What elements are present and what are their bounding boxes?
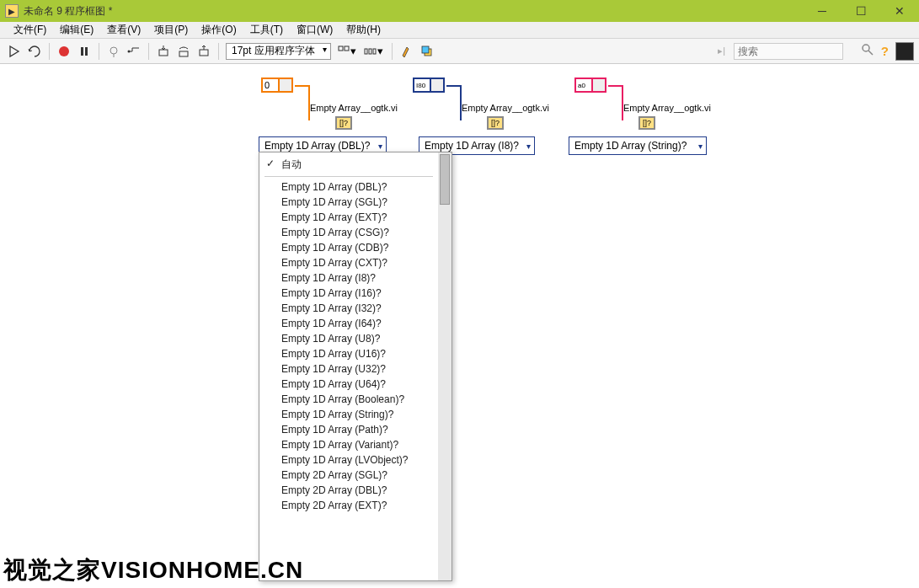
menu-item-type-11[interactable]: Empty 1D Array (U16)? xyxy=(259,346,438,361)
retain-wire-button[interactable] xyxy=(126,44,142,59)
search-icon[interactable] xyxy=(861,43,874,60)
subvi-label-2: Empty Array__ogtk.vi xyxy=(462,103,549,113)
menu-item-type-18[interactable]: Empty 1D Array (LVObject)? xyxy=(259,452,438,468)
menu-tools[interactable]: 工具(T) xyxy=(243,23,290,37)
subvi-label-1: Empty Array__ogtk.vi xyxy=(310,103,398,113)
step-out-button[interactable] xyxy=(196,44,211,59)
menu-view[interactable]: 查看(V) xyxy=(100,23,147,37)
pause-button[interactable] xyxy=(77,44,92,59)
menu-item-type-12[interactable]: Empty 1D Array (U32)? xyxy=(259,361,438,377)
distribute-button[interactable]: ▾ xyxy=(363,44,385,59)
toolbar: 17pt 应用程序字体 ▾ ▾ ▸| ? xyxy=(0,39,919,64)
svg-rect-10 xyxy=(345,46,349,51)
search-input[interactable] xyxy=(734,43,843,60)
menu-item-auto[interactable]: 自动 xyxy=(259,156,438,174)
menu-item-type-8[interactable]: Empty 1D Array (I32)? xyxy=(259,301,438,316)
menu-item-type-9[interactable]: Empty 1D Array (I64)? xyxy=(259,316,438,331)
abort-button[interactable] xyxy=(56,44,72,59)
menu-help[interactable]: 帮助(H) xyxy=(339,23,387,37)
window-title: 未命名 9 程序框图 * xyxy=(24,4,803,19)
subvi-empty-array-1[interactable]: []? xyxy=(335,116,352,130)
font-selector[interactable]: 17pt 应用程序字体 xyxy=(226,43,331,60)
menu-window[interactable]: 窗口(W) xyxy=(290,23,339,37)
menu-edit[interactable]: 编辑(E) xyxy=(53,23,100,37)
watermark-text: 视觉之家VISIONHOME.CN xyxy=(3,554,303,586)
step-over-button[interactable] xyxy=(176,44,191,59)
svg-rect-11 xyxy=(365,49,367,54)
menu-item-type-7[interactable]: Empty 1D Array (I16)? xyxy=(259,286,438,301)
menu-item-type-15[interactable]: Empty 1D Array (String)? xyxy=(259,407,438,422)
help-icon[interactable]: ? xyxy=(881,44,889,58)
app-icon: ▶ xyxy=(5,4,19,18)
menu-operate[interactable]: 操作(O) xyxy=(195,23,243,37)
polymorphic-selector-menu: 自动 Empty 1D Array (DBL)?Empty 1D Array (… xyxy=(259,152,452,581)
svg-rect-15 xyxy=(422,46,429,53)
scrollbar-thumb[interactable] xyxy=(440,154,450,205)
menu-item-type-3[interactable]: Empty 1D Array (CSG)? xyxy=(259,225,438,240)
reorder-button[interactable] xyxy=(419,44,435,59)
menu-item-type-10[interactable]: Empty 1D Array (U8)? xyxy=(259,331,438,346)
align-button[interactable]: ▾ xyxy=(336,44,358,59)
subvi-label-3: Empty Array__ogtk.vi xyxy=(623,103,711,113)
menu-item-type-20[interactable]: Empty 2D Array (DBL)? xyxy=(259,483,438,498)
menu-item-type-19[interactable]: Empty 2D Array (SGL)? xyxy=(259,468,438,483)
polymorphic-ring-string[interactable]: Empty 1D Array (String)? xyxy=(569,136,707,155)
svg-rect-7 xyxy=(179,51,188,56)
minimize-button[interactable]: ─ xyxy=(803,0,842,22)
run-continuous-button[interactable] xyxy=(27,44,42,59)
svg-rect-12 xyxy=(369,49,371,54)
subvi-empty-array-2[interactable]: []? xyxy=(487,116,504,130)
highlight-button[interactable] xyxy=(106,44,121,59)
array-constant-i8[interactable]: I80 xyxy=(413,78,445,93)
block-diagram-canvas[interactable]: 0 Empty Array__ogtk.vi []? Empty 1D Arra… xyxy=(0,64,919,588)
dropdown-scrollbar[interactable] xyxy=(438,152,451,580)
menu-item-type-4[interactable]: Empty 1D Array (CDB)? xyxy=(259,240,438,255)
menu-item-type-14[interactable]: Empty 1D Array (Boolean)? xyxy=(259,392,438,407)
vi-icon[interactable] xyxy=(895,42,914,61)
svg-point-5 xyxy=(128,50,131,52)
array-constant-string[interactable]: a0 xyxy=(574,78,606,93)
maximize-button[interactable]: ☐ xyxy=(842,0,880,22)
menu-file[interactable]: 文件(F) xyxy=(7,23,53,37)
menu-item-type-17[interactable]: Empty 1D Array (Variant)? xyxy=(259,437,438,452)
menu-item-type-21[interactable]: Empty 2D Array (EXT)? xyxy=(259,498,438,513)
svg-point-3 xyxy=(110,47,117,54)
run-button[interactable] xyxy=(7,44,22,59)
step-into-button[interactable] xyxy=(156,44,171,59)
subvi-empty-array-3[interactable]: []? xyxy=(638,116,655,130)
menu-item-type-16[interactable]: Empty 1D Array (Path)? xyxy=(259,422,438,437)
svg-rect-6 xyxy=(159,50,168,56)
svg-line-17 xyxy=(868,51,873,55)
menu-item-type-13[interactable]: Empty 1D Array (U64)? xyxy=(259,377,438,392)
close-button[interactable]: ✕ xyxy=(880,0,919,22)
cleanup-button[interactable] xyxy=(399,44,414,59)
menu-item-type-2[interactable]: Empty 1D Array (EXT)? xyxy=(259,210,438,225)
svg-point-16 xyxy=(863,45,869,51)
menu-item-type-1[interactable]: Empty 1D Array (SGL)? xyxy=(259,195,438,210)
svg-rect-8 xyxy=(200,50,208,56)
menu-item-type-5[interactable]: Empty 1D Array (CXT)? xyxy=(259,255,438,270)
svg-rect-2 xyxy=(85,47,88,56)
menu-item-type-0[interactable]: Empty 1D Array (DBL)? xyxy=(259,179,438,195)
svg-rect-9 xyxy=(339,46,343,51)
menu-bar: 文件(F) 编辑(E) 查看(V) 项目(P) 操作(O) 工具(T) 窗口(W… xyxy=(0,22,919,39)
svg-point-0 xyxy=(59,46,69,56)
menu-item-type-6[interactable]: Empty 1D Array (I8)? xyxy=(259,270,438,286)
array-constant-dbl[interactable]: 0 xyxy=(261,78,293,93)
menu-project[interactable]: 项目(P) xyxy=(147,23,195,37)
title-bar: ▶ 未命名 9 程序框图 * ─ ☐ ✕ xyxy=(0,0,919,22)
svg-rect-1 xyxy=(81,47,83,56)
svg-rect-13 xyxy=(373,49,376,54)
